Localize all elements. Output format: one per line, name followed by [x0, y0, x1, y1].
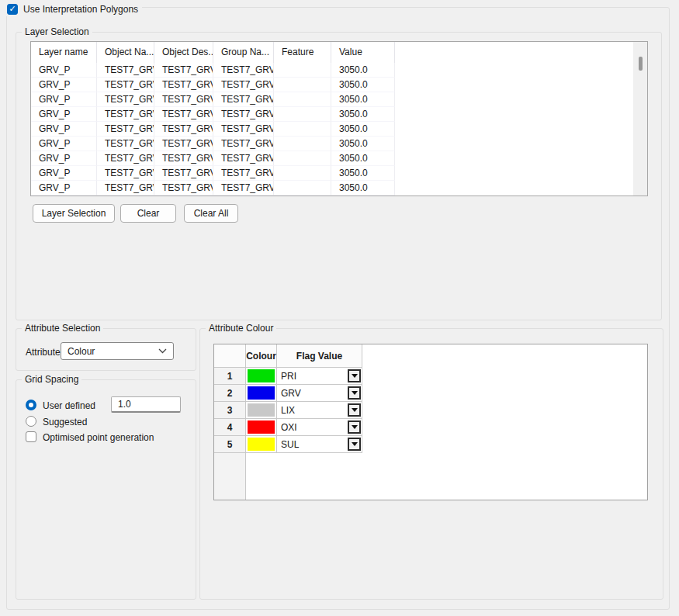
colour-swatch[interactable]	[248, 369, 275, 382]
attribute-selection-group-title: Attribute Selection	[22, 323, 103, 334]
column-header-value: Value	[331, 42, 395, 63]
use-interpretation-polygons-panel: { "header": { "use_polygons_label": "Use…	[0, 0, 679, 616]
layer-table-row[interactable]: GRV_P TEST7_GRV TEST7_GRV TEST7_GRV 3050…	[31, 92, 647, 107]
colour-swatch-cell[interactable]	[246, 419, 277, 436]
column-header-row-number	[214, 344, 246, 368]
dropdown-arrow-icon	[352, 425, 358, 429]
flag-value-text: SUL	[281, 439, 299, 450]
chevron-down-icon	[158, 348, 167, 354]
flag-value-cell[interactable]: SUL	[277, 436, 362, 453]
user-defined-radio[interactable]	[26, 400, 36, 410]
attribute-colour-group-title: Attribute Colour	[206, 323, 276, 334]
column-header-flag-value: Flag Value	[277, 344, 362, 368]
attribute-combobox[interactable]: Colour	[61, 342, 174, 360]
row-number: 3	[214, 402, 246, 419]
flag-value-text: LIX	[281, 405, 295, 416]
optimised-point-generation-label[interactable]: Optimised point generation	[43, 432, 154, 443]
user-defined-label[interactable]: User defined	[43, 400, 95, 411]
dropdown-arrow-icon	[352, 391, 358, 395]
flag-value-dropdown-button[interactable]	[348, 438, 361, 451]
colour-swatch-cell[interactable]	[246, 385, 277, 402]
layer-table-header: Layer name Object Na... Object Des... Gr…	[31, 42, 647, 63]
attribute-colour-table-header: Colour Flag Value	[214, 344, 647, 368]
flag-value-dropdown-button[interactable]	[348, 369, 361, 382]
attribute-label: Attribute	[26, 347, 61, 358]
layer-table-row[interactable]: GRV_P TEST7_GRV TEST7_GRV TEST7_GRV 3050…	[31, 107, 647, 122]
column-header-feature: Feature	[274, 42, 331, 63]
flag-value-text: PRI	[281, 371, 296, 382]
clear-all-button[interactable]: Clear All	[184, 204, 238, 223]
colour-swatch[interactable]	[248, 403, 275, 417]
colour-swatch[interactable]	[248, 386, 275, 400]
attribute-colour-table-body: 1 PRI 2 GRV 3 LIX	[214, 368, 647, 453]
row-number: 5	[214, 436, 246, 453]
flag-value-text: OXI	[281, 422, 297, 433]
flag-value-dropdown-button[interactable]	[348, 420, 361, 434]
column-header-group-name: Group Na...	[213, 42, 274, 63]
attribute-colour-row: 4 OXI	[214, 419, 647, 436]
colour-swatch[interactable]	[248, 438, 275, 451]
colour-swatch[interactable]	[248, 420, 275, 434]
flag-value-cell[interactable]: PRI	[277, 368, 362, 385]
column-header-object-name: Object Na...	[97, 42, 154, 63]
flag-value-text: GRV	[281, 388, 301, 399]
clear-button[interactable]: Clear	[120, 204, 176, 223]
layer-table-row[interactable]: GRV_P TEST7_GRV TEST7_GRV TEST7_GRV 3050…	[31, 122, 647, 137]
flag-value-cell[interactable]: GRV	[277, 385, 362, 402]
flag-value-dropdown-button[interactable]	[348, 386, 361, 400]
layer-selection-button[interactable]: Layer Selection	[33, 204, 115, 223]
layer-selection-group-title: Layer Selection	[22, 26, 92, 38]
attribute-colour-row: 1 PRI	[214, 368, 647, 385]
layer-table-row[interactable]: GRV_P TEST7_GRV TEST7_GRV TEST7_GRV 3050…	[31, 181, 647, 196]
row-number: 4	[214, 419, 246, 436]
column-header-object-desc: Object Des...	[154, 42, 213, 63]
grid-spacing-input[interactable]	[111, 396, 181, 413]
attribute-colour-row: 3 LIX	[214, 402, 647, 419]
column-header-layer-name: Layer name	[31, 42, 97, 63]
attribute-combobox-value: Colour	[68, 346, 158, 357]
layer-table-body: GRV_P TEST7_GRV TEST7_GRV TEST7_GRV 3050…	[31, 63, 647, 196]
layer-table-row[interactable]: GRV_P TEST7_GRV TEST7_GRV TEST7_GRV 3050…	[31, 166, 647, 181]
suggested-radio[interactable]	[26, 416, 36, 427]
use-interpretation-polygons-checkbox[interactable]: ✓	[7, 4, 18, 15]
grid-spacing-group-title: Grid Spacing	[22, 374, 81, 386]
colour-swatch-cell[interactable]	[246, 368, 277, 385]
suggested-label[interactable]: Suggested	[43, 417, 87, 427]
layer-table-row[interactable]: GRV_P TEST7_GRV TEST7_GRV TEST7_GRV 3050…	[31, 151, 647, 166]
attribute-colour-table: Colour Flag Value 1 PRI 2 GRV 3	[213, 344, 648, 500]
attribute-colour-row: 5 SUL	[214, 436, 647, 453]
row-number: 2	[214, 385, 246, 402]
attribute-colour-table-filler	[214, 453, 647, 500]
column-header-colour: Colour	[246, 344, 277, 368]
use-interpretation-polygons-label: Use Interpretation Polygons	[23, 4, 138, 15]
use-interpretation-polygons-legend: ✓ Use Interpretation Polygons	[3, 2, 142, 16]
layer-selection-table[interactable]: Layer name Object Na... Object Des... Gr…	[30, 41, 648, 196]
layer-table-row[interactable]: GRV_P TEST7_GRV TEST7_GRV TEST7_GRV 3050…	[31, 137, 647, 151]
layer-table-row[interactable]: GRV_P TEST7_GRV TEST7_GRV TEST7_GRV 3050…	[31, 63, 647, 78]
colour-swatch-cell[interactable]	[246, 436, 277, 453]
checkmark-icon: ✓	[9, 5, 16, 13]
dropdown-arrow-icon	[352, 374, 358, 378]
colour-swatch-cell[interactable]	[246, 402, 277, 419]
optimised-point-generation-checkbox[interactable]	[26, 431, 36, 442]
dropdown-arrow-icon	[352, 408, 358, 412]
layer-table-row[interactable]: GRV_P TEST7_GRV TEST7_GRV TEST7_GRV 3050…	[31, 78, 647, 92]
row-number: 1	[214, 368, 246, 385]
attribute-colour-row: 2 GRV	[214, 385, 647, 402]
scrollbar-thumb[interactable]	[639, 57, 643, 71]
vertical-scrollbar[interactable]	[633, 42, 647, 196]
flag-value-cell[interactable]: OXI	[277, 419, 362, 436]
dropdown-arrow-icon	[352, 442, 358, 446]
flag-value-dropdown-button[interactable]	[348, 403, 361, 417]
flag-value-cell[interactable]: LIX	[277, 402, 362, 419]
